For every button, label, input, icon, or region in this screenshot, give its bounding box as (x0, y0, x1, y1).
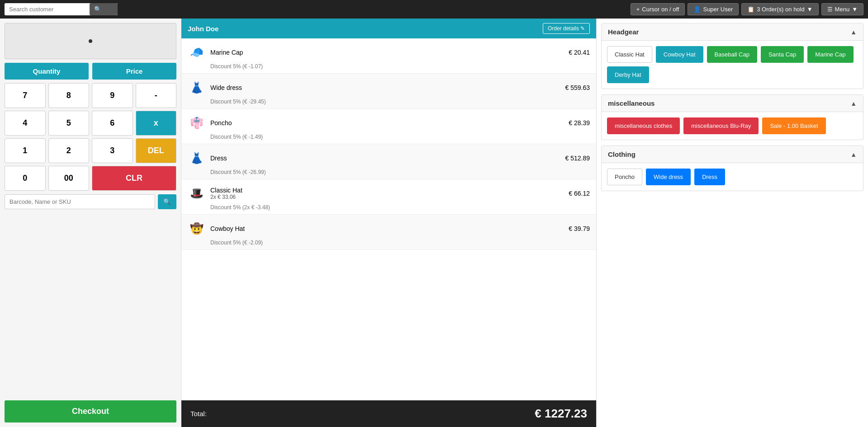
category-header[interactable]: miscellaneous ▲ (602, 95, 863, 112)
category-title: Headgear (608, 28, 639, 36)
key-6[interactable]: 6 (92, 111, 133, 136)
order-header: John Doe Order details ✎ (181, 19, 596, 38)
barcode-search-icon: 🔍 (163, 198, 171, 205)
chevron-up-icon: ▲ (850, 28, 857, 36)
order-item[interactable]: 👗 Wide dress € 559.63 Discount 5% (€ -29… (181, 74, 596, 109)
item-price: € 512.89 (565, 155, 590, 162)
quantity-button[interactable]: Quantity (5, 63, 89, 80)
product-button[interactable]: miscellaneous clothes (607, 117, 680, 134)
item-info: Wide dress (210, 84, 561, 91)
key-1[interactable]: 1 (5, 138, 46, 163)
orders-icon: 📋 (747, 6, 754, 13)
key-clr[interactable]: CLR (92, 166, 176, 191)
order-item[interactable]: 🎩 Classic Hat 2x € 33.06 € 66.12 Discoun… (181, 179, 596, 215)
item-name: Dress (210, 155, 561, 162)
search-container: 🔍 (5, 3, 118, 15)
total-label: Total: (190, 410, 207, 418)
item-discount: Discount 5% (€ -29.45) (188, 99, 590, 105)
checkout-button[interactable]: Checkout (5, 400, 176, 422)
product-button[interactable]: Santa Cap (761, 46, 804, 63)
item-image: 🤠 (188, 218, 206, 239)
key-4[interactable]: 4 (5, 111, 46, 136)
barcode-row: 🔍 (5, 194, 176, 209)
item-name: Marine Cap (210, 49, 564, 56)
barcode-search-button[interactable]: 🔍 (158, 194, 176, 209)
key-5[interactable]: 5 (48, 111, 90, 136)
product-button[interactable]: Sale - 1.00 Basket (762, 117, 825, 134)
right-panel: Headgear ▲ Classic HatCowboy HatBaseball… (597, 19, 868, 427)
item-name: Wide dress (210, 84, 561, 91)
category-title: Clothing (608, 150, 636, 158)
cursor-toggle-button[interactable]: + Cursor on / off (631, 3, 685, 15)
menu-button[interactable]: ☰ Menu ▼ (821, 3, 863, 15)
super-user-button[interactable]: 👤 Super User (688, 3, 739, 15)
item-name: Poncho (210, 119, 564, 127)
product-button[interactable]: Cowboy Hat (656, 46, 703, 63)
product-button[interactable]: Derby Hat (607, 66, 649, 83)
product-button[interactable]: Wide dress (646, 169, 691, 185)
item-discount: Discount 5% (€ -26.99) (188, 169, 590, 175)
key-multiply[interactable]: x (136, 111, 177, 136)
total-amount: € 1227.23 (535, 407, 587, 421)
orders-on-hold-button[interactable]: 📋 3 Order(s) on hold ▼ (741, 3, 818, 15)
order-details-button[interactable]: Order details ✎ (543, 23, 590, 34)
product-button[interactable]: Classic Hat (607, 46, 652, 63)
category-section: Clothing ▲ PonchoWide dressDress (601, 145, 863, 191)
item-discount: Discount 5% (2x € -3.48) (188, 204, 590, 211)
order-total: Total: € 1227.23 (181, 400, 596, 427)
main-layout: Quantity Price 7 8 9 - 4 5 6 x 1 2 3 DEL… (0, 19, 868, 427)
center-panel: John Doe Order details ✎ 🧢 Marine Cap € … (181, 19, 597, 427)
product-button[interactable]: Poncho (607, 169, 642, 185)
menu-chevron-icon: ▼ (852, 6, 858, 13)
item-price: € 28.39 (569, 119, 590, 127)
category-header[interactable]: Clothing ▲ (602, 146, 863, 163)
mode-buttons: Quantity Price (5, 63, 176, 80)
item-name: Classic Hat (210, 187, 564, 194)
order-item[interactable]: 🧢 Marine Cap € 20.41 Discount 5% (€ -1.0… (181, 38, 596, 74)
key-00[interactable]: 00 (48, 166, 90, 191)
key-7[interactable]: 7 (5, 83, 46, 108)
key-8[interactable]: 8 (48, 83, 90, 108)
key-3[interactable]: 3 (92, 138, 133, 163)
item-price: € 39.79 (569, 225, 590, 232)
display-dot (89, 39, 92, 43)
item-discount: Discount 5% (€ -1.07) (188, 63, 590, 70)
search-button[interactable]: 🔍 (90, 3, 118, 15)
order-item[interactable]: 🤠 Cowboy Hat € 39.79 Discount 5% (€ -2.0… (181, 215, 596, 250)
key-9[interactable]: 9 (92, 83, 133, 108)
chevron-up-icon: ▲ (850, 100, 857, 107)
menu-icon: ☰ (827, 6, 833, 13)
category-header[interactable]: Headgear ▲ (602, 23, 863, 41)
barcode-input[interactable] (5, 194, 155, 209)
search-icon: 🔍 (94, 6, 102, 13)
category-section: Headgear ▲ Classic HatCowboy HatBaseball… (601, 23, 863, 89)
item-info: Marine Cap (210, 49, 564, 56)
product-button[interactable]: Dress (694, 169, 725, 185)
left-panel: Quantity Price 7 8 9 - 4 5 6 x 1 2 3 DEL… (0, 19, 181, 427)
numpad-grid: 7 8 9 - 4 5 6 x 1 2 3 DEL 0 00 CLR (5, 83, 176, 191)
order-item[interactable]: 👘 Poncho € 28.39 Discount 5% (€ -1.49) (181, 109, 596, 144)
product-button[interactable]: Marine Cap (807, 46, 853, 63)
category-title: miscellaneous (608, 99, 655, 107)
chevron-up-icon: ▲ (850, 151, 857, 158)
key-0[interactable]: 0 (5, 166, 46, 191)
item-info: Classic Hat 2x € 33.06 (210, 187, 564, 200)
key-2[interactable]: 2 (48, 138, 90, 163)
item-qty: 2x € 33.06 (210, 194, 564, 200)
product-button[interactable]: miscellaneous Blu-Ray (683, 117, 759, 134)
key-del[interactable]: DEL (136, 138, 177, 163)
category-products: miscellaneous clothesmiscellaneous Blu-R… (602, 112, 863, 140)
item-image: 🧢 (188, 42, 206, 62)
order-item[interactable]: 👗 Dress € 512.89 Discount 5% (€ -26.99) (181, 144, 596, 179)
key-minus[interactable]: - (136, 83, 177, 108)
chevron-down-icon: ▼ (807, 6, 813, 13)
item-discount: Discount 5% (€ -1.49) (188, 134, 590, 140)
item-price: € 20.41 (569, 49, 590, 56)
product-button[interactable]: Baseball Cap (707, 46, 757, 63)
price-button[interactable]: Price (92, 63, 176, 80)
search-customer-input[interactable] (5, 4, 90, 15)
user-icon: 👤 (693, 6, 701, 13)
item-info: Poncho (210, 119, 564, 127)
order-items-list: 🧢 Marine Cap € 20.41 Discount 5% (€ -1.0… (181, 38, 596, 400)
item-price: € 559.63 (565, 84, 590, 91)
